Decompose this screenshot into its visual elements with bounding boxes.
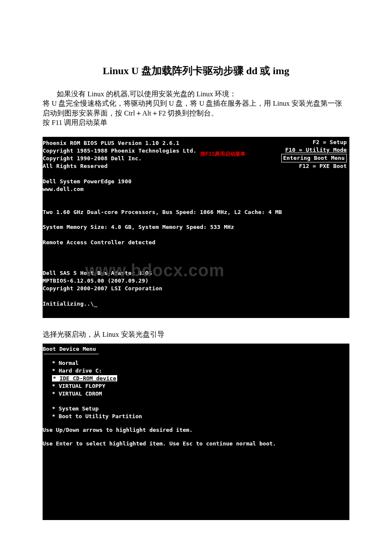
bios-f2-hint: F2 = Setup xyxy=(281,139,347,146)
boot-menu-item-selected: * IDE CD-ROM device xyxy=(43,375,349,382)
mid-instruction: 选择光驱启动，从 Linux 安装光盘引导 xyxy=(43,330,349,339)
boot-item-virtual-floppy: VIRTUAL FLOPPY xyxy=(59,383,106,389)
boot-item-normal: Normal xyxy=(59,360,79,366)
annotation-press-f11: 按F11调用启动菜单 xyxy=(200,150,246,158)
boot-menu-item: * System Setup xyxy=(43,405,349,413)
divider xyxy=(43,354,99,354)
boot-device-menu-screenshot: Boot Device Menu * Normal * Hard drive C… xyxy=(43,344,349,520)
boot-item-hard-drive: Hard drive C: xyxy=(59,367,102,374)
bios-line: Dell SAS 5 Host Bus Adapter BIOS xyxy=(43,269,349,277)
boot-menu-item: * Normal xyxy=(43,359,349,367)
boot-menu-item: * Boot to Utility Partition xyxy=(43,413,349,420)
boot-menu-instruction: Use Enter to select highlighted item. Us… xyxy=(43,440,349,448)
document-page: Linux U 盘加载阵列卡驱动步骤 dd 或 img 如果没有 Linux 的… xyxy=(0,0,392,537)
intro-line-2: 将 U 盘完全慢速格式化，将驱动拷贝到 U 盘，将 U 盘插在服务器上，用 Li… xyxy=(43,99,349,118)
intro-line-3: 按 F11 调用启动菜单 xyxy=(43,118,349,127)
bios-line: Copyright 1985-1988 Phoenix Technologies… xyxy=(43,147,196,154)
boot-item-system-setup: System Setup xyxy=(59,405,99,412)
bios-f12-hint: F12 = PXE Boot xyxy=(281,162,347,170)
bios-line: Dell System PowerEdge 1900 xyxy=(43,178,349,185)
boot-menu-title: Boot Device Menu xyxy=(43,345,349,353)
bios-line: Copyright 2000-2007 LSI Corporation xyxy=(43,285,349,292)
boot-menu-item: * VIRTUAL CDROM xyxy=(43,390,349,398)
bios-entering-boot-menu-box: Entering Boot Menu xyxy=(281,154,347,162)
bios-line: www.dell.com xyxy=(43,185,349,193)
page-title: Linux U 盘加载阵列卡驱动步骤 dd 或 img xyxy=(43,64,349,78)
intro-line-1: 如果没有 Linux 的机器,可以使用安装光盘的 Linux 环境： xyxy=(43,90,349,99)
bios-line: System Memory Size: 4.0 GB, System Memor… xyxy=(43,223,349,231)
bios-line: Two 1.60 GHz Dual-core Processors, Bus S… xyxy=(43,208,349,216)
boot-menu-item: * Hard drive C: xyxy=(43,367,349,375)
bios-line: Remote Access Controller detected xyxy=(43,239,349,246)
bios-post-screenshot: F2 = Setup F10 = Utility Mode Entering B… xyxy=(43,137,349,318)
bios-line: Initializing..\_ xyxy=(43,300,349,308)
bios-line: MPTBIOS-6.12.05.00 (2007.09.29) xyxy=(43,277,349,285)
boot-item-virtual-cdrom: VIRTUAL CDROM xyxy=(59,390,102,397)
boot-item-utility-partition: Boot to Utility Partition xyxy=(59,413,142,419)
boot-item-cdrom: IDE CD-ROM device xyxy=(60,375,116,382)
boot-menu-instruction: Use Up/Down arrows to highlight desired … xyxy=(43,426,349,434)
boot-menu-item: * VIRTUAL FLOPPY xyxy=(43,382,349,390)
